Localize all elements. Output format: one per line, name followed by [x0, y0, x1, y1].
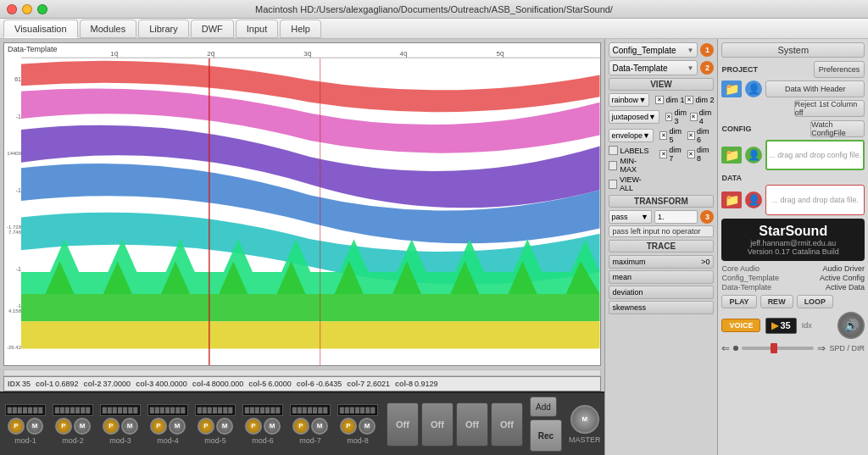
env-mode-dropdown[interactable]: envelope ▼: [609, 129, 654, 142]
dim-7-check[interactable]: ✕: [659, 150, 667, 158]
module-6-m-knob[interactable]: M: [264, 418, 281, 435]
module-5-m-knob[interactable]: M: [216, 418, 233, 435]
maximize-button[interactable]: [37, 4, 47, 14]
minimize-button[interactable]: [22, 4, 32, 14]
module-4-p-knob[interactable]: P: [150, 418, 167, 435]
dim-1-check[interactable]: ✕: [655, 96, 664, 104]
off-button-1[interactable]: Off: [387, 402, 419, 447]
transport-row: PLAY REW LOOP: [721, 295, 865, 308]
preferences-button[interactable]: Preferences: [814, 61, 865, 78]
speaker-icon[interactable]: 🔊: [837, 312, 865, 339]
module-3-label: mod-3: [109, 436, 131, 445]
checkboxes: LABELS MIN-MAX VIEW-ALL: [609, 146, 653, 192]
off-button-2[interactable]: Off: [421, 402, 453, 447]
module-1-p-knob[interactable]: P: [8, 418, 25, 435]
left-panel: Data-Template 10 20 30 40 50: [0, 39, 605, 455]
viewall-checkbox[interactable]: [609, 180, 617, 189]
rec-button[interactable]: Rec: [530, 419, 562, 452]
tab-library[interactable]: Library: [138, 19, 189, 38]
triangle-icon: ▶: [771, 320, 778, 331]
info-val-2: Active Data: [793, 283, 865, 291]
dim-5: ✕ dim 5: [659, 127, 687, 144]
tab-modules[interactable]: Modules: [80, 19, 137, 38]
dim-2-check[interactable]: ✕: [685, 96, 693, 104]
data-folder-icon[interactable]: 📁: [721, 191, 742, 208]
module-4-m-knob[interactable]: M: [169, 418, 186, 435]
close-button[interactable]: [7, 4, 17, 14]
right-panel: System PROJECT Preferences 📁 👤 Data With…: [718, 39, 868, 455]
idx-value: 35: [780, 320, 790, 330]
dim-2: ✕ dim 2: [685, 96, 714, 104]
master-knob[interactable]: M: [570, 405, 599, 434]
module-2-m-knob[interactable]: M: [74, 418, 91, 435]
transform-value-input[interactable]: 1.: [654, 210, 698, 224]
label-col1: col-1: [36, 380, 53, 388]
reject-button[interactable]: Reject 1st Column off: [794, 100, 865, 117]
module-6-p-knob[interactable]: P: [245, 418, 262, 435]
dim-5-check[interactable]: ✕: [659, 131, 667, 140]
config-section: CONFIG Watch ConfigFile 📁 👤 ... drag and…: [721, 120, 865, 170]
config-template-dropdown[interactable]: Config_Template ▼: [609, 42, 698, 58]
dim-8-check[interactable]: ✕: [687, 150, 695, 158]
dot-icon: [733, 346, 738, 351]
module-3-m-knob[interactable]: M: [121, 418, 138, 435]
add-button[interactable]: Add: [530, 397, 557, 417]
data-drop-zone[interactable]: ... drag and drop data file.: [765, 185, 865, 215]
data-header-button[interactable]: Data With Header: [765, 80, 865, 97]
viewall-label: VIEW-ALL: [620, 175, 653, 192]
dim-4-check[interactable]: ✕: [690, 113, 697, 121]
visualization-area[interactable]: Data-Template 10 20 30 40 50: [3, 42, 601, 366]
data-template-dropdown[interactable]: Data-Template ▼: [609, 60, 698, 75]
layout-mode-dropdown[interactable]: juxtaposed ▼: [609, 110, 659, 124]
watch-config-button[interactable]: Watch ConfigFile: [810, 120, 865, 137]
tab-dwf[interactable]: DWF: [191, 19, 234, 38]
module-5-p-knob[interactable]: P: [198, 418, 214, 435]
config-drop-zone[interactable]: ... drag and drop config file.: [765, 140, 865, 170]
module-8-m-knob[interactable]: M: [359, 418, 376, 435]
chevron-down-icon: ▼: [687, 47, 694, 54]
tab-help[interactable]: Help: [280, 19, 321, 38]
module-8-p-knob[interactable]: P: [340, 418, 357, 435]
view-header: VIEW: [609, 78, 715, 91]
tab-input[interactable]: Input: [236, 19, 278, 38]
data-row: IDX 35 col-1 0.6892 col-2 37.0000 col-3 …: [3, 376, 601, 391]
dim-3: ✕ dim 3: [665, 108, 689, 125]
off-button-3[interactable]: Off: [456, 402, 488, 447]
left-arrow-icon[interactable]: ⇐: [721, 342, 730, 354]
spd-slider[interactable]: [742, 347, 814, 350]
dim-3-check[interactable]: ✕: [665, 113, 672, 121]
app-name: StarSound: [726, 224, 860, 239]
voice-button[interactable]: VOICE: [721, 319, 760, 332]
data-cell-col6: col-6 -0.6435: [297, 380, 342, 388]
right-arrow-icon[interactable]: ⇒: [817, 342, 826, 354]
module-2-p-knob[interactable]: P: [55, 418, 72, 435]
labels-checkbox[interactable]: [609, 146, 618, 155]
config-folder-icon[interactable]: 📁: [721, 147, 742, 164]
dim-6-check[interactable]: ✕: [687, 131, 695, 140]
tab-visualisation[interactable]: Visualisation: [3, 19, 78, 38]
data-cell-col4: col-4 8000.000: [192, 380, 244, 388]
label-idx: IDX: [8, 380, 20, 388]
viz-scrollbar[interactable]: [3, 369, 601, 376]
project-person-icon: 👤: [745, 80, 762, 97]
project-label: PROJECT: [721, 65, 758, 74]
module-7-m-knob[interactable]: M: [311, 418, 328, 435]
trace-mean-button[interactable]: mean: [609, 270, 715, 284]
module-3: ▓▓▓▓▓▓▓ P M mod-3: [98, 404, 142, 445]
play-button[interactable]: PLAY: [721, 295, 756, 308]
loop-button[interactable]: LOOP: [797, 295, 834, 308]
project-folder-icon[interactable]: 📁: [721, 80, 742, 97]
off-button-4[interactable]: Off: [491, 402, 523, 447]
trace-maximum-button[interactable]: maximum >0: [609, 255, 715, 269]
trace-skewness-button[interactable]: skewness: [609, 301, 715, 314]
color-mode-dropdown[interactable]: rainbow ▼: [609, 93, 650, 107]
window-controls[interactable]: [7, 4, 47, 14]
info-key-2: Data-Template: [721, 283, 793, 291]
trace-deviation-button[interactable]: deviation: [609, 286, 715, 299]
transform-mode-dropdown[interactable]: pass ▼: [609, 210, 652, 224]
module-3-p-knob[interactable]: P: [103, 418, 120, 435]
module-7-p-knob[interactable]: P: [292, 418, 309, 435]
rew-button[interactable]: REW: [760, 295, 793, 308]
minmax-checkbox[interactable]: [609, 161, 618, 170]
module-1-m-knob[interactable]: M: [26, 418, 43, 435]
